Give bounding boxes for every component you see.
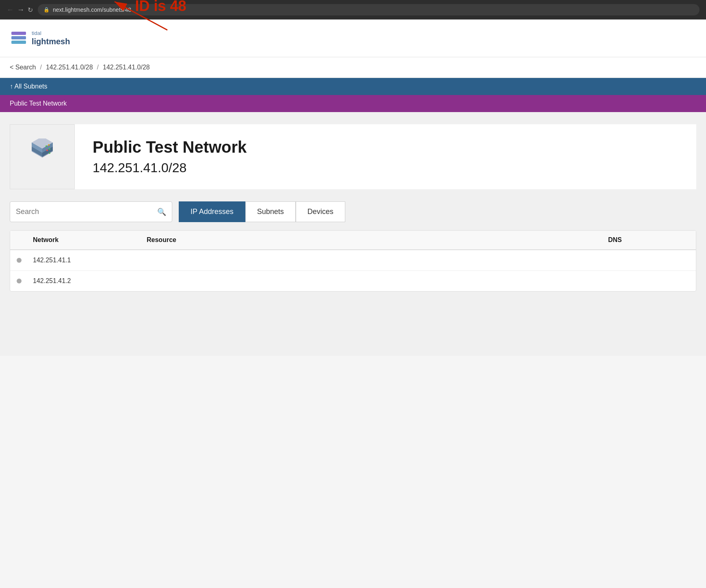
lock-icon: 🔒 [43, 7, 50, 13]
all-subnets-label: ↑ All Subnets [10, 83, 48, 90]
network-name-bar: Public Test Network [0, 95, 706, 112]
nav-buttons: ← → ↻ [6, 6, 33, 14]
network-icon-box [10, 124, 75, 189]
breadcrumb-item-2: 142.251.41.0/28 [103, 64, 150, 71]
header-network: Network [33, 236, 147, 244]
breadcrumb-sep-1: / [40, 64, 41, 71]
svg-point-16 [49, 152, 50, 154]
svg-rect-2 [11, 41, 26, 44]
tab-subnets-label: Subnets [257, 208, 284, 216]
id-annotation: ID is 48 [135, 0, 186, 15]
svg-rect-0 [11, 32, 26, 35]
network-name-bar-label: Public Test Network [10, 100, 67, 107]
tabs-container: IP Addresses Subnets Devices [179, 201, 345, 222]
svg-rect-1 [11, 36, 26, 39]
search-tabs-row: 🔍 IP Addresses Subnets Devices [10, 201, 696, 222]
server-icon [24, 138, 61, 175]
breadcrumb-bar: < Search / 142.251.41.0/28 / 142.251.41.… [0, 57, 706, 78]
header-resource: Resource [147, 236, 608, 244]
tab-ip-addresses-label: IP Addresses [191, 208, 234, 216]
search-button[interactable]: 🔍 [157, 208, 166, 216]
table-container: Network Resource DNS 142.251.41.1 142.25… [10, 230, 696, 292]
network-info: Public Test Network 142.251.41.0/28 [84, 130, 255, 184]
tab-ip-addresses[interactable]: IP Addresses [179, 201, 245, 222]
status-dot-1 [17, 258, 33, 263]
tab-subnets[interactable]: Subnets [245, 201, 296, 222]
table-header: Network Resource DNS [10, 231, 696, 250]
back-label[interactable]: < Search [10, 64, 36, 71]
header-dns: DNS [608, 236, 689, 244]
svg-point-15 [46, 149, 48, 151]
table-row[interactable]: 142.251.41.1 [10, 250, 696, 271]
table-row[interactable]: 142.251.41.2 [10, 271, 696, 291]
logo-tidal: tidal [32, 30, 70, 37]
breadcrumb-item-1[interactable]: 142.251.41.0/28 [46, 64, 93, 71]
breadcrumb-back[interactable]: < Search [10, 64, 36, 71]
logo-icon [10, 29, 28, 47]
all-subnets-bar[interactable]: ↑ All Subnets [0, 78, 706, 95]
breadcrumb-sep-2: / [97, 64, 99, 71]
tab-devices-label: Devices [308, 208, 334, 216]
status-dot-2 [17, 279, 33, 283]
svg-point-13 [45, 145, 47, 147]
main-content: Public Test Network 142.251.41.0/28 🔍 IP… [0, 112, 706, 356]
logo-text: tidal lightmesh [32, 30, 70, 46]
app-header: tidal lightmesh ID is 48 [0, 19, 706, 57]
header-status [17, 236, 33, 244]
network-card: Public Test Network 142.251.41.0/28 [10, 124, 696, 189]
svg-point-12 [48, 144, 50, 146]
network-name: Public Test Network [93, 138, 247, 156]
logo-area[interactable]: tidal lightmesh [10, 29, 70, 47]
logo-lightmesh: lightmesh [32, 37, 70, 46]
cell-network-2: 142.251.41.2 [33, 277, 147, 285]
back-button[interactable]: ← [6, 6, 14, 13]
tab-devices[interactable]: Devices [296, 201, 345, 222]
forward-button[interactable]: → [17, 6, 24, 13]
refresh-button[interactable]: ↻ [28, 6, 33, 14]
search-input[interactable] [16, 208, 153, 216]
network-cidr: 142.251.41.0/28 [93, 160, 247, 175]
search-box: 🔍 [10, 201, 172, 222]
cell-network-1: 142.251.41.1 [33, 257, 147, 264]
svg-point-14 [49, 148, 50, 150]
